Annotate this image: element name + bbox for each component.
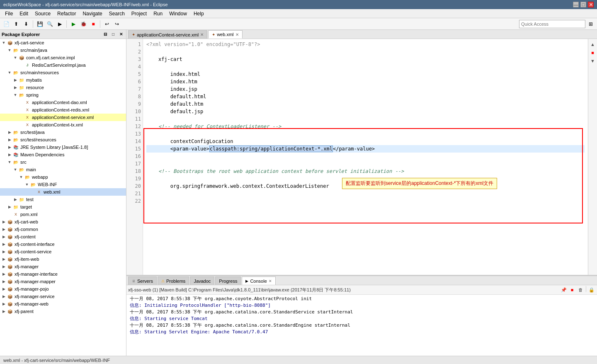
tree-arrow-mybatis[interactable]: ▶ — [12, 78, 18, 82]
toolbar-run-button[interactable]: ▶ — [69, 19, 78, 29]
menu-item-refactor[interactable]: Refactor — [54, 10, 79, 17]
tree-item-spring[interactable]: ▼📂spring — [0, 91, 126, 99]
tree-arrow-WEB-INF[interactable]: ▼ — [24, 182, 30, 187]
tree-item-xfj-item-web[interactable]: ▶📦xfj-item-web — [0, 255, 126, 263]
tree-item-pom.xml[interactable]: Xpom.xml — [0, 211, 126, 218]
tree-arrow-main[interactable]: ▼ — [12, 167, 18, 172]
tree-item-src-test-java[interactable]: ▶📂src/test/java — [0, 129, 126, 136]
right-icon2[interactable]: ■ — [589, 49, 597, 56]
tree-arrow-xfj-manager-pojo[interactable]: ▶ — [1, 287, 7, 291]
right-icon1[interactable]: ▲ — [589, 41, 597, 48]
tab-close-tab2[interactable]: ✕ — [235, 32, 239, 37]
close-button[interactable]: ✕ — [588, 2, 594, 7]
toolbar-btn6[interactable]: ▶ — [55, 19, 64, 29]
tree-arrow-test[interactable]: ▶ — [12, 197, 18, 201]
tree-arrow-xfj-content-interface[interactable]: ▶ — [1, 242, 7, 246]
menu-item-file[interactable]: File — [2, 10, 16, 17]
tree-arrow-target[interactable]: ▶ — [7, 205, 12, 209]
menu-item-run[interactable]: Run — [150, 10, 166, 17]
editor-tab-tab2[interactable]: ✦web.xml✕ — [208, 30, 242, 39]
console-area[interactable]: 十一月 08, 2017 8:55:38 下午 org.apache.coyot… — [126, 295, 597, 356]
tree-item-xfj-content-service[interactable]: ▶📦xfj-content-service — [0, 248, 126, 255]
toolbar-btn5[interactable]: 🔍 — [45, 19, 54, 29]
toolbar-debug-button[interactable]: 🐞 — [79, 19, 88, 29]
tree-item-xfj-manager-web[interactable]: ▶📦xfj-manager-web — [0, 300, 126, 308]
code-content[interactable]: <?xml version="1.0" encoding="UTF-8"?> x… — [143, 39, 588, 275]
right-icon3[interactable]: ▼ — [589, 57, 597, 65]
tree-arrow-xfj-content-service[interactable]: ▶ — [1, 250, 7, 254]
bottom-tab-servers[interactable]: 🖥 Servers — [128, 277, 157, 285]
tree-item-xfj-content[interactable]: ▶📦xfj-content — [0, 233, 126, 240]
tree-item-maven-dep[interactable]: ▶📚Maven Dependencies — [0, 151, 126, 158]
tree-arrow-src-test-java[interactable]: ▶ — [7, 130, 12, 134]
tree-arrow-src-main-java[interactable]: ▼ — [7, 48, 12, 52]
tree-item-WEB-INF[interactable]: ▼📂WEB-INF — [0, 181, 126, 188]
minimize-button[interactable]: — — [573, 2, 579, 7]
tree-item-src-main-resources[interactable]: ▼📂src/main/resources — [0, 69, 126, 76]
tree-arrow-spring[interactable]: ▼ — [12, 93, 18, 97]
tree-item-appCtxDao[interactable]: XapplicationContext-dao.xml — [0, 99, 126, 106]
tree-item-mybatis[interactable]: ▶📁mybatis — [0, 76, 126, 84]
tree-item-jre-lib[interactable]: ▶📚JRE System Library [JavaSE-1.8] — [0, 143, 126, 151]
tree-arrow-xfj-cart-service[interactable]: ▼ — [1, 41, 7, 45]
toolbar-new-button[interactable]: 📄 — [2, 19, 11, 29]
bottom-tab-problems[interactable]: ⚠ Problems — [158, 277, 189, 285]
toolbar-btn2[interactable]: ⬆ — [12, 19, 21, 29]
tree-arrow-com.xfj.cart.service.impl[interactable]: ▼ — [12, 56, 18, 60]
toolbar-perspective-button[interactable]: ⊞ — [586, 19, 595, 29]
tree-item-resource[interactable]: ▶📁resource — [0, 84, 126, 91]
menu-item-window[interactable]: Window — [166, 10, 190, 17]
tree-item-src[interactable]: ▼📂src — [0, 158, 126, 166]
tree-arrow-xfj-manager[interactable]: ▶ — [1, 265, 7, 269]
tree-arrow-webapp[interactable]: ▼ — [18, 175, 24, 179]
menu-item-edit[interactable]: Edit — [16, 10, 32, 17]
console-stop-btn[interactable]: ■ — [568, 286, 576, 294]
tree-item-xfj-manager-service[interactable]: ▶📦xfj-manager-service — [0, 293, 126, 300]
tree-arrow-src-test-resources[interactable]: ▶ — [7, 138, 12, 142]
tree-arrow-xfj-manager-interface[interactable]: ▶ — [1, 272, 7, 276]
panel-minimize-btn[interactable]: ⊟ — [102, 31, 109, 38]
tree-item-xfj-content-interface[interactable]: ▶📦xfj-content-interface — [0, 240, 126, 248]
tree-item-xfj-parent[interactable]: ▶📦xfj-parent — [0, 308, 126, 315]
tree-item-com.xfj.cart.service.impl[interactable]: ▼📦com.xfj.cart.service.impl — [0, 54, 126, 61]
panel-close-btn[interactable]: ✕ — [118, 31, 124, 38]
toolbar-btn3[interactable]: ⬇ — [22, 19, 31, 29]
tree-arrow-xfj-manager-mapper[interactable]: ▶ — [1, 279, 7, 284]
tree-item-xfj-cart-service[interactable]: ▼📦xfj-cart-service — [0, 39, 126, 46]
tree-item-xfj-manager-interface[interactable]: ▶📦xfj-manager-interface — [0, 270, 126, 278]
tree-item-xfj-manager-pojo[interactable]: ▶📦xfj-manager-pojo — [0, 285, 126, 293]
tree-item-web.xml[interactable]: Xweb.xml — [0, 188, 126, 196]
toolbar-save-button[interactable]: 💾 — [35, 19, 44, 29]
toolbar-btn10[interactable]: ↩ — [102, 19, 112, 29]
bottom-tab-javadoc[interactable]: Javadoc — [190, 277, 214, 285]
bottom-tab-console[interactable]: ▶ Console ✕ — [242, 277, 275, 285]
tree-item-xfj-manager-mapper[interactable]: ▶📦xfj-manager-mapper — [0, 278, 126, 285]
tree-arrow-src[interactable]: ▼ — [7, 160, 12, 164]
bottom-tab-progress[interactable]: Progress — [215, 277, 241, 285]
menu-item-help[interactable]: Help — [190, 10, 207, 17]
tree-item-appCtxTx[interactable]: XapplicationContext-tx.xml — [0, 121, 126, 129]
tree-item-appCtxService[interactable]: XapplicationContext-service.xml — [0, 114, 126, 121]
console-clear-btn[interactable]: 🗑 — [577, 286, 584, 294]
toolbar-btn11[interactable]: ↪ — [112, 19, 121, 29]
panel-maximize-btn[interactable]: □ — [110, 31, 116, 38]
tree-arrow-maven-dep[interactable]: ▶ — [7, 153, 12, 157]
toolbar-stop-button[interactable]: ■ — [89, 19, 98, 29]
bottom-tab-close-console[interactable]: ✕ — [269, 279, 272, 283]
editor-tab-tab1[interactable]: ✦applicationContext-service.xml✕ — [128, 30, 207, 39]
tree-item-target[interactable]: ▶📁target — [0, 203, 126, 211]
tree-arrow-jre-lib[interactable]: ▶ — [7, 145, 12, 149]
tree-item-src-test-resources[interactable]: ▶📂src/test/resources — [0, 136, 126, 143]
tree-arrow-src-main-resources[interactable]: ▼ — [7, 70, 12, 75]
tree-item-src-main-java[interactable]: ▼📂src/main/java — [0, 46, 126, 54]
tree-item-webapp[interactable]: ▼📂webapp — [0, 173, 126, 181]
tree-item-main[interactable]: ▼📂main — [0, 166, 126, 173]
menu-item-source[interactable]: Source — [32, 10, 54, 17]
console-pin-btn[interactable]: 📌 — [560, 286, 568, 294]
tree-item-test[interactable]: ▶📁test — [0, 196, 126, 203]
menu-item-search[interactable]: Search — [106, 10, 128, 17]
tree-item-RedisCartServiceImpl[interactable]: JRedisCartServiceImpl.java — [0, 61, 126, 69]
tree-arrow-resource[interactable]: ▶ — [12, 85, 18, 90]
console-scroll-lock-btn[interactable]: 🔒 — [588, 286, 595, 294]
tab-close-tab1[interactable]: ✕ — [200, 32, 204, 37]
